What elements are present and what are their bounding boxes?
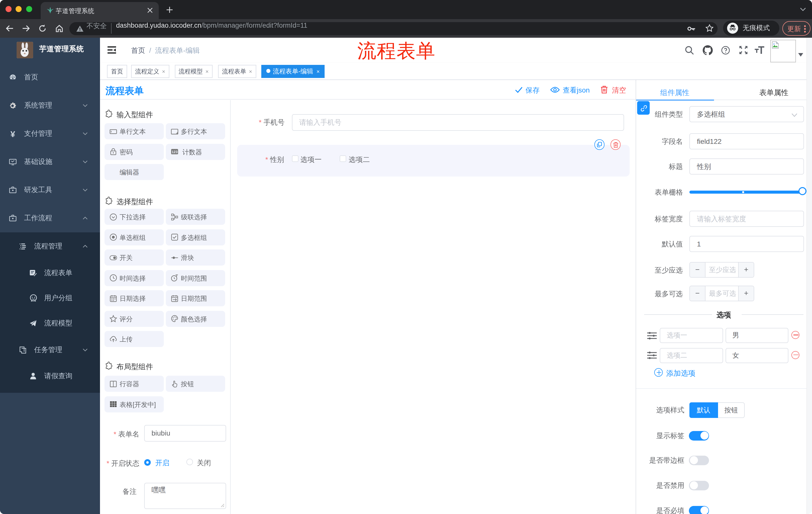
svg-text:123: 123 — [172, 150, 178, 154]
